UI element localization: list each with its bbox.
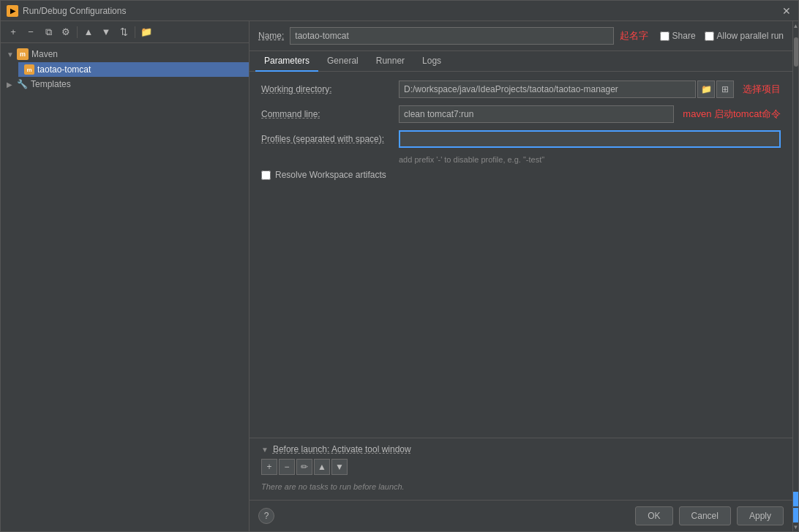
profiles-row: Profiles (separated with space):	[261, 130, 781, 148]
before-launch-empty-text: There are no tasks to run before launch.	[261, 479, 781, 494]
maven-group-label: Maven	[31, 49, 58, 59]
help-button[interactable]: ?	[258, 508, 274, 524]
before-launch-down-button[interactable]: ▼	[331, 459, 348, 475]
profiles-hint: add prefix '-' to disable profile, e.g. …	[399, 155, 781, 164]
bottom-bar: ? OK Cancel Apply	[250, 500, 792, 531]
form-area: Working directory: 📁 ⊞ 选择项目 Command line…	[250, 72, 792, 438]
run-debug-dialog: ▶ Run/Debug Configurations ✕ + − ⧉ ⚙ ▲ ▼…	[0, 0, 799, 532]
before-launch-edit-button[interactable]: ✏	[296, 459, 312, 475]
app-icon: ▶	[7, 5, 18, 17]
parallel-checkbox[interactable]	[705, 31, 714, 41]
move-up-button[interactable]: ▲	[80, 24, 97, 40]
resolve-checkbox[interactable]	[261, 171, 271, 180]
maven-icon: m	[17, 48, 29, 60]
command-line-label: Command line:	[261, 109, 393, 119]
profiles-label: Profiles (separated with space):	[261, 134, 393, 144]
before-launch-toolbar: + − ✏ ▲ ▼	[261, 459, 781, 475]
sidebar-tree: ▼ m Maven m taotao-tomcat ▶ 🔧	[1, 43, 249, 531]
scroll-up-arrow[interactable]: ▲	[793, 21, 799, 30]
before-launch-arrow[interactable]: ▼	[261, 446, 269, 454]
sidebar-toolbar: + − ⧉ ⚙ ▲ ▼ ⇅ 📁	[1, 21, 249, 43]
maven-group-header[interactable]: ▼ m Maven	[1, 46, 249, 62]
before-launch-title: Before launch: Activate tool window	[273, 444, 411, 454]
main-content: + − ⧉ ⚙ ▲ ▼ ⇅ 📁 ▼ m Maven	[1, 21, 798, 531]
templates-group[interactable]: ▶ 🔧 Templates	[1, 77, 249, 91]
working-dir-annotation: 选择项目	[743, 83, 781, 96]
name-row: Name: 起名字 Share Allow parallel run	[250, 21, 792, 51]
apply-button[interactable]: Apply	[737, 506, 784, 525]
working-dir-input-group: 📁 ⊞	[399, 80, 734, 98]
window-title: Run/Debug Configurations	[23, 6, 781, 16]
name-annotation: 起名字	[620, 29, 648, 42]
settings-config-button[interactable]: ⚙	[58, 24, 74, 40]
close-button[interactable]: ✕	[781, 5, 792, 17]
scroll-accent-2[interactable]	[793, 508, 799, 522]
share-checkbox-label[interactable]: Share	[660, 31, 696, 41]
command-line-annotation: maven 启动tomcat命令	[683, 108, 781, 121]
scrollbar-thumb	[794, 37, 798, 67]
taotao-tomcat-item[interactable]: m taotao-tomcat	[18, 62, 249, 77]
checkboxes-area: Share Allow parallel run	[660, 31, 784, 41]
working-dir-label: Working directory:	[261, 84, 393, 94]
tab-general[interactable]: General	[318, 51, 367, 72]
profiles-input[interactable]	[399, 130, 781, 148]
resolve-label: Resolve Workspace artifacts	[275, 170, 386, 180]
copy-config-button[interactable]: ⧉	[40, 24, 56, 40]
folder-button[interactable]: 📁	[138, 24, 154, 40]
parallel-checkbox-label[interactable]: Allow parallel run	[705, 31, 784, 41]
working-dir-input[interactable]	[399, 80, 696, 98]
right-scrollbar: ▲ ▼	[792, 21, 798, 531]
working-dir-row: Working directory: 📁 ⊞ 选择项目	[261, 80, 781, 98]
tab-logs[interactable]: Logs	[413, 51, 450, 72]
scroll-accent-1[interactable]	[793, 492, 799, 506]
cancel-button[interactable]: Cancel	[679, 506, 731, 525]
maven-children: m taotao-tomcat	[1, 62, 249, 77]
command-line-row: Command line: maven 启动tomcat命令	[261, 105, 781, 123]
taotao-tomcat-label: taotao-tomcat	[37, 64, 91, 75]
toolbar-separator-2	[135, 26, 135, 38]
before-launch-add-button[interactable]: +	[261, 459, 277, 475]
scroll-accent-area	[793, 492, 799, 522]
maven-expand-arrow: ▼	[7, 50, 14, 59]
before-launch-section: ▼ Before launch: Activate tool window + …	[250, 438, 792, 500]
add-config-button[interactable]: +	[5, 24, 21, 40]
tabs-bar: Parameters General Runner Logs	[250, 51, 792, 72]
ok-button[interactable]: OK	[635, 506, 672, 525]
right-panel: Name: 起名字 Share Allow parallel run	[250, 21, 792, 531]
resolve-row: Resolve Workspace artifacts	[261, 170, 781, 180]
scrollbar-track[interactable]	[793, 30, 798, 492]
browse-macro-button[interactable]: ⊞	[716, 80, 734, 98]
templates-label: Templates	[31, 79, 71, 89]
tab-runner[interactable]: Runner	[367, 51, 413, 72]
sidebar: + − ⧉ ⚙ ▲ ▼ ⇅ 📁 ▼ m Maven	[1, 21, 250, 531]
before-launch-remove-button[interactable]: −	[279, 459, 295, 475]
before-launch-up-button[interactable]: ▲	[314, 459, 330, 475]
toolbar-separator	[77, 26, 78, 38]
name-field-label: Name:	[258, 31, 284, 41]
taotao-icon: m	[24, 64, 34, 75]
tab-parameters[interactable]: Parameters	[255, 51, 318, 72]
templates-icon: 🔧	[17, 79, 28, 89]
maven-group: ▼ m Maven m taotao-tomcat	[1, 46, 249, 77]
title-bar: ▶ Run/Debug Configurations ✕	[1, 1, 798, 21]
scroll-down-arrow[interactable]: ▼	[793, 522, 799, 531]
browse-folder-button[interactable]: 📁	[697, 80, 715, 98]
name-input[interactable]	[290, 27, 613, 45]
move-down-button[interactable]: ▼	[98, 24, 114, 40]
before-launch-header: ▼ Before launch: Activate tool window	[261, 444, 781, 454]
command-line-input[interactable]	[399, 105, 674, 123]
remove-config-button[interactable]: −	[23, 24, 39, 40]
templates-expand-arrow: ▶	[7, 80, 14, 89]
sort-button[interactable]: ⇅	[116, 24, 132, 40]
share-checkbox[interactable]	[660, 31, 669, 41]
